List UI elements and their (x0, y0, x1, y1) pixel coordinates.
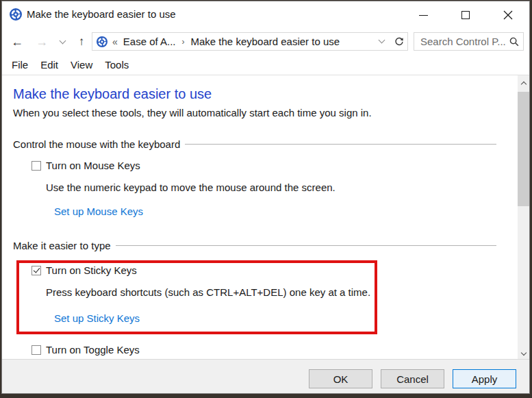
up-arrow-icon: ↑ (79, 35, 85, 49)
navigation-bar: ← → ↑ « Ease of A... › Make the keyboard… (2, 29, 529, 55)
content-pane: Make the keyboard easier to use When you… (2, 75, 529, 360)
refresh-button[interactable] (390, 32, 408, 51)
toggle-keys-checkbox[interactable] (31, 345, 41, 355)
toggle-keys-checkbox-row[interactable]: Turn on Toggle Keys (31, 344, 140, 356)
sticky-keys-checkbox[interactable] (31, 266, 41, 275)
minimize-icon (419, 15, 428, 16)
chevron-down-icon (378, 37, 385, 44)
maximize-button[interactable] (444, 1, 487, 29)
menu-file[interactable]: File (5, 59, 34, 71)
address-bar[interactable]: « Ease of A... › Make the keyboard easie… (92, 32, 391, 51)
group-label: Make it easier to type (13, 240, 111, 251)
back-arrow-icon: ← (11, 35, 23, 49)
menu-tools[interactable]: Tools (99, 59, 135, 71)
group-label: Control the mouse with the keyboard (13, 138, 180, 150)
setup-sticky-keys-link[interactable]: Set up Sticky Keys (54, 312, 140, 324)
toggle-keys-checkbox-label[interactable]: Turn on Toggle Keys (46, 344, 140, 356)
forward-arrow-icon: → (36, 35, 48, 49)
up-button[interactable]: ↑ (73, 29, 90, 55)
search-box[interactable]: Search Control P... (414, 32, 524, 51)
window-controls (402, 1, 529, 29)
search-input[interactable]: Search Control P... (420, 36, 509, 47)
menu-view[interactable]: View (64, 59, 99, 71)
mouse-keys-description: Use the numeric keypad to move the mouse… (46, 182, 335, 193)
control-panel-window: Make the keyboard easier to use ← → ↑ « (1, 1, 530, 394)
search-icon[interactable] (509, 37, 519, 47)
mouse-keys-checkbox-label[interactable]: Turn on Mouse Keys (46, 160, 140, 171)
recent-pages-dropdown[interactable] (55, 29, 69, 55)
group-divider (116, 245, 496, 246)
group-easier-to-type: Make it easier to type (13, 240, 496, 251)
title-bar: Make the keyboard easier to use (2, 1, 529, 29)
chevron-down-icon (59, 37, 66, 44)
window-title: Make the keyboard easier to use (27, 8, 176, 20)
button-bar: OK Cancel Apply (2, 359, 529, 393)
ease-of-access-icon (10, 8, 22, 21)
cancel-button[interactable]: Cancel (381, 369, 444, 388)
close-button[interactable] (487, 1, 529, 29)
sticky-keys-checkbox-label[interactable]: Turn on Sticky Keys (46, 264, 137, 276)
page-subtitle: When you select these tools, they will a… (13, 107, 372, 119)
close-icon (503, 10, 513, 20)
chevron-up-icon (520, 82, 526, 87)
apply-button[interactable]: Apply (453, 369, 516, 388)
menu-edit[interactable]: Edit (34, 59, 64, 71)
address-dropdown-button[interactable] (375, 40, 388, 42)
sticky-keys-checkbox-row[interactable]: Turn on Sticky Keys (31, 264, 137, 276)
minimize-button[interactable] (402, 1, 444, 29)
menu-bar: File Edit View Tools (2, 55, 529, 75)
sticky-keys-description: Press keyboard shortcuts (such as CTRL+A… (46, 286, 370, 298)
scrollbar-thumb[interactable] (518, 92, 529, 206)
breadcrumb-overflow[interactable]: « (112, 36, 118, 47)
breadcrumb-parent[interactable]: Ease of A... (123, 36, 176, 47)
group-divider (185, 144, 496, 145)
back-button[interactable]: ← (8, 29, 27, 55)
vertical-scrollbar[interactable] (518, 75, 529, 361)
breadcrumb-separator-icon: › (182, 37, 185, 47)
ok-button[interactable]: OK (309, 369, 372, 388)
forward-button[interactable]: → (32, 29, 51, 55)
mouse-keys-checkbox-row[interactable]: Turn on Mouse Keys (31, 160, 140, 171)
maximize-icon (461, 11, 470, 19)
ease-of-access-icon (97, 36, 107, 47)
breadcrumb-current[interactable]: Make the keyboard easier to use (191, 36, 375, 47)
chevron-down-icon (520, 350, 526, 356)
page-title: Make the keyboard easier to use (13, 86, 212, 102)
setup-mouse-keys-link[interactable]: Set up Mouse Keys (54, 206, 143, 217)
group-control-mouse: Control the mouse with the keyboard (13, 138, 496, 150)
scroll-up-button[interactable] (518, 77, 529, 89)
scroll-down-button[interactable] (518, 348, 529, 360)
mouse-keys-checkbox[interactable] (31, 161, 41, 171)
refresh-icon (394, 37, 404, 47)
